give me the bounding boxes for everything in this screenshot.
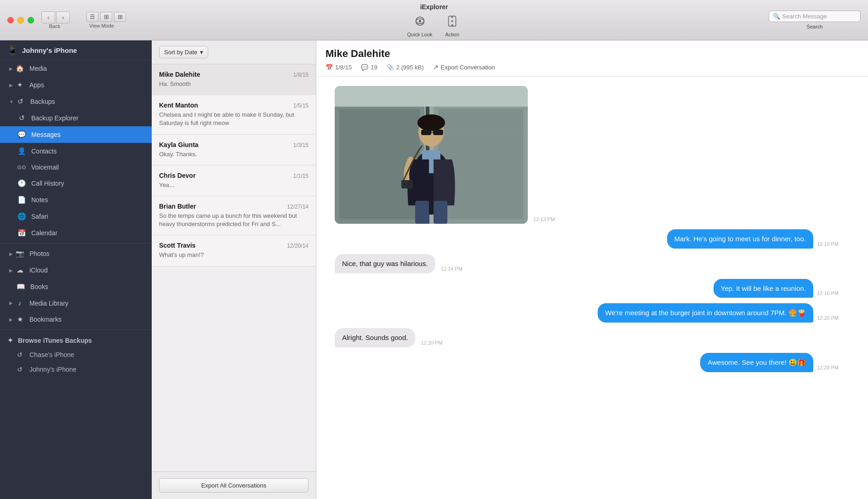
forward-button[interactable]: ›	[56, 11, 70, 23]
sidebar-item-backup-explorer[interactable]: ↺ Backup Explorer	[0, 110, 152, 126]
search-icon: 🔍	[773, 13, 780, 20]
sidebar-item-label-voicemail: Voicemail	[31, 164, 144, 171]
voicemail-icon: ⊙⊙	[17, 164, 27, 170]
icloud-icon: ☁	[15, 266, 25, 274]
view-icon-button[interactable]: ⊞	[114, 12, 126, 22]
icloud-arrow-icon: ▶	[9, 268, 13, 273]
message-row-photo: 12:13 PM	[335, 86, 840, 224]
sidebar-item-label-icloud: iCloud	[29, 267, 144, 274]
conversation-title: Mike Dalehite	[326, 48, 859, 60]
sidebar-browse-itunes[interactable]: ✦ Browse iTunes Backups	[0, 332, 152, 347]
view-column-button[interactable]: ⊞	[100, 12, 112, 22]
minimize-button[interactable]	[17, 17, 24, 23]
sidebar-item-contacts[interactable]: 👤 Contacts	[0, 143, 152, 159]
conversation-item-brian[interactable]: Brian Butler 12/27/14 So the temps came …	[152, 196, 316, 235]
sidebar-item-books[interactable]: 📖 Books	[0, 278, 152, 295]
sidebar-item-label-notes: Notes	[31, 196, 144, 204]
sidebar-item-backups[interactable]: ▼ ↺ Backups	[0, 93, 152, 110]
sort-chevron-icon: ▾	[200, 49, 203, 56]
conv-name-scott: Scott Travis	[159, 242, 195, 249]
sort-selector[interactable]: Sort by Date ▾	[159, 46, 208, 58]
sidebar-item-notes[interactable]: 📄 Notes	[0, 192, 152, 208]
conversation-list: Mike Dalehite 1/8/15 Ha. Smooth Kent Man…	[152, 64, 316, 471]
msg-time-photo: 12:13 PM	[533, 216, 555, 224]
conversation-item-mike[interactable]: Mike Dalehite 1/8/15 Ha. Smooth	[152, 64, 316, 95]
conv-preview-chris: Yea...	[159, 181, 308, 189]
meta-date-value: 1/8/15	[335, 64, 352, 71]
conv-preview-kent: Chelsea and I might be able to make it S…	[159, 111, 308, 127]
conversation-item-scott[interactable]: Scott Travis 12/20/14 What's up man!?	[152, 235, 316, 266]
sort-label: Sort by Date	[164, 49, 197, 56]
quick-look-action[interactable]: Quick Look	[407, 12, 432, 37]
sidebar-item-safari[interactable]: 🌐 Safari	[0, 208, 152, 225]
sidebar-item-icloud[interactable]: ▶ ☁ iCloud	[0, 262, 152, 278]
sidebar-item-messages[interactable]: 💬 Messages	[0, 126, 152, 143]
conversation-meta: 📅 1/8/15 💬 19 📎 2 (995 kB) ↗ Export Conv…	[326, 63, 859, 71]
sidebar-item-bookmarks[interactable]: ▶ ★ Bookmarks	[0, 311, 152, 328]
sidebar-item-label-messages: Messages	[31, 131, 144, 138]
sidebar-device-header[interactable]: 📱 Johnny's iPhone	[0, 40, 152, 60]
search-label: Search	[807, 24, 823, 29]
photo-message	[335, 86, 528, 224]
conv-name-kayla: Kayla Giunta	[159, 141, 199, 148]
meta-attachments: 📎 2 (995 kB)	[387, 64, 424, 71]
export-conversation-link[interactable]: ↗ Export Conversation	[433, 63, 495, 71]
sidebar-item-label-call-history: Call History	[31, 180, 144, 187]
view-list-button[interactable]: ☰	[86, 12, 98, 22]
sidebar-item-johnnys-iphone-2[interactable]: ↺ Johnny's iPhone	[0, 362, 152, 377]
sidebar-item-photos[interactable]: ▶ 📷 Photos	[0, 245, 152, 262]
msg-time-5: 12:20 PM	[421, 340, 442, 347]
search-input-wrap[interactable]: 🔍	[769, 11, 861, 22]
search-area: 🔍 Search	[769, 11, 861, 29]
sidebar-item-call-history[interactable]: 🕐 Call History	[0, 175, 152, 192]
back-button[interactable]: ‹	[41, 11, 55, 23]
sidebar: 📱 Johnny's iPhone ▶ 🏠 Media ▶ ✦ Apps ▼ ↺…	[0, 40, 152, 499]
calendar-meta-icon: 📅	[326, 64, 333, 71]
view-mode-group: ☰ ⊞ ⊞ View Mode	[86, 12, 126, 28]
sidebar-item-label-safari: Safari	[31, 213, 144, 220]
svg-rect-23	[433, 130, 443, 135]
sidebar-item-calendar[interactable]: 📅 Calendar	[0, 225, 152, 241]
sidebar-item-label-books: Books	[30, 283, 144, 290]
message-row-6: 12:20 PM Awesome. See you there! 😃🎁	[335, 353, 840, 372]
message-bubble-2: Nice, that guy was hilarious.	[335, 254, 435, 273]
sidebar-item-apps[interactable]: ▶ ✦ Apps	[0, 77, 152, 93]
photos-arrow-icon: ▶	[9, 251, 13, 256]
close-button[interactable]	[7, 17, 14, 23]
contacts-icon: 👤	[17, 147, 27, 155]
photos-icon: 📷	[15, 250, 25, 258]
fullscreen-button[interactable]	[28, 17, 34, 23]
apps-icon: ✦	[15, 81, 25, 89]
traffic-lights	[7, 17, 34, 23]
message-bubble-5: Alright. Sounds good.	[335, 328, 415, 347]
quick-look-label: Quick Look	[407, 32, 432, 37]
safari-icon: 🌐	[17, 212, 27, 221]
search-input[interactable]	[782, 13, 857, 20]
browse-itunes-label: Browse iTunes Backups	[18, 337, 92, 344]
sidebar-item-chases-iphone[interactable]: ↺ Chase's iPhone	[0, 347, 152, 362]
view-mode-label: View Mode	[89, 23, 114, 28]
export-all-conversations-button[interactable]: Export All Conversations	[159, 478, 308, 493]
sidebar-item-label-media: Media	[29, 65, 144, 72]
conversation-header: Mike Dalehite 📅 1/8/15 💬 19 📎 2 (995 kB)…	[316, 40, 868, 77]
conv-date-chris: 1/1/15	[293, 173, 308, 179]
msg-time-3: 12:16 PM	[817, 290, 839, 298]
conversation-item-kayla[interactable]: Kayla Giunta 1/3/15 Okay. Thanks.	[152, 135, 316, 165]
conversation-item-chris[interactable]: Chris Devor 1/1/15 Yea...	[152, 165, 316, 196]
action-icon	[444, 12, 461, 30]
conv-name-chris: Chris Devor	[159, 172, 195, 179]
sidebar-item-label-apps: Apps	[29, 81, 144, 89]
conv-name-brian: Brian Butler	[159, 203, 196, 210]
message-row-2: Nice, that guy was hilarious. 12:14 PM	[335, 254, 840, 273]
svg-point-4	[451, 20, 453, 22]
conv-date-brian: 12/27/14	[287, 204, 308, 210]
conversation-item-kent[interactable]: Kent Manton 1/5/15 Chelsea and I might b…	[152, 95, 316, 134]
sidebar-divider-2	[0, 329, 152, 330]
sidebar-item-media-library[interactable]: ▶ ♪ Media Library	[0, 295, 152, 311]
action-button[interactable]: Action	[444, 12, 461, 37]
sidebar-item-voicemail[interactable]: ⊙⊙ Voicemail	[0, 159, 152, 175]
sidebar-item-media[interactable]: ▶ 🏠 Media	[0, 60, 152, 77]
attachment-icon: 📎	[387, 64, 394, 71]
message-bubble-4: We're meeting at the burger joint in dow…	[598, 303, 813, 323]
conversation-panel: Mike Dalehite 📅 1/8/15 💬 19 📎 2 (995 kB)…	[316, 40, 868, 499]
